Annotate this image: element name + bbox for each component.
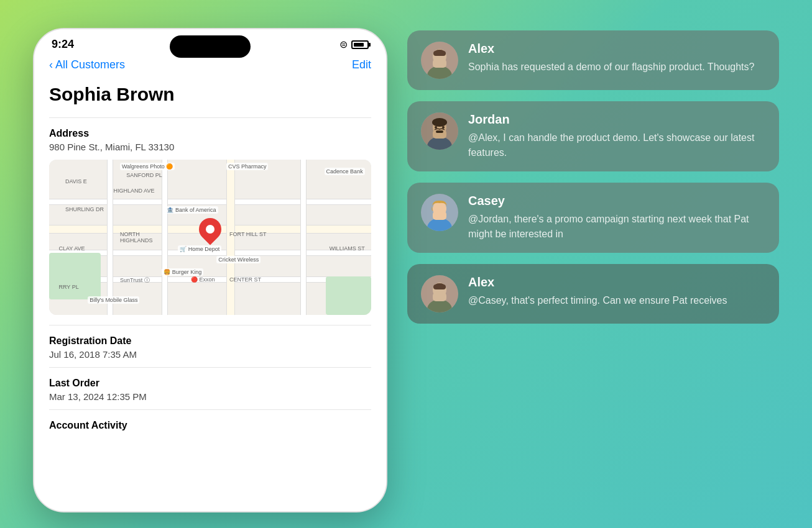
chat-message-4: @Casey, that's perfect timing. Can we en… xyxy=(468,293,765,308)
map-poi-billys: Billy's Mobile Glass xyxy=(88,296,139,304)
customer-name: Sophia Brown xyxy=(49,84,371,105)
battery-icon xyxy=(351,40,369,49)
address-value: 980 Pine St., Miami, FL 33130 xyxy=(49,142,371,152)
wifi-icon: ⊜ xyxy=(339,39,348,50)
avatar-alex1 xyxy=(421,42,458,79)
chat-content-4: Alex @Casey, that's perfect timing. Can … xyxy=(468,275,765,308)
divider-2 xyxy=(49,325,371,325)
svg-rect-12 xyxy=(436,130,443,133)
chat-sender-1: Alex xyxy=(468,42,765,56)
chat-content-3: Casey @Jordan, there's a promo campaign … xyxy=(468,194,765,242)
chat-bubble-4: Alex @Casey, that's perfect timing. Can … xyxy=(407,264,779,324)
status-time: 9:24 xyxy=(52,38,74,51)
map-poi-cvs: CVS Pharmacy xyxy=(226,163,269,170)
divider-4 xyxy=(49,409,371,410)
avatar-jordan xyxy=(421,112,458,150)
svg-point-14 xyxy=(442,126,445,129)
back-button[interactable]: ‹ All Customers xyxy=(49,58,125,71)
map-pin-inner xyxy=(206,225,215,234)
phone-notch xyxy=(170,35,251,58)
map-poi-burger-king: 🍔 Burger King xyxy=(162,268,203,276)
chevron-left-icon: ‹ xyxy=(49,58,53,71)
map-label-10: RRY PL xyxy=(59,284,79,290)
svg-rect-18 xyxy=(433,211,446,220)
divider-3 xyxy=(49,367,371,368)
map-poi-walgreens: Walgreens Photo 🟠 xyxy=(120,163,175,170)
registration-label: Registration Date xyxy=(49,335,371,347)
map-poi-boa: 🏦 Bank of America xyxy=(165,206,218,214)
chat-panel: Alex Sophia has requested a demo of our … xyxy=(407,28,779,326)
map-pin-circle xyxy=(195,214,226,245)
avatar-alex2 xyxy=(421,275,458,312)
battery-fill xyxy=(354,43,364,47)
registration-value: Jul 16, 2018 7:35 AM xyxy=(49,349,371,360)
map-label-8: WILLIAMS ST xyxy=(330,245,365,252)
map-container[interactable]: DAVIS E SHURLING DR HIGHLAND AVE NORTHHI… xyxy=(49,160,371,315)
svg-point-13 xyxy=(435,126,437,129)
chat-sender-4: Alex xyxy=(468,275,765,289)
chat-sender-2: Jordan xyxy=(468,112,765,127)
map-label-12: 🔴 Exxon xyxy=(191,276,215,283)
map-label-7: SANFORD PL xyxy=(126,172,162,178)
map-poi-cricket: Cricket Wireless xyxy=(216,256,261,263)
map-background: DAVIS E SHURLING DR HIGHLAND AVE NORTHHI… xyxy=(49,160,371,315)
divider-1 xyxy=(49,117,371,118)
map-label-5: FORT HILL ST xyxy=(229,231,266,237)
chat-message-1: Sophia has requested a demo of our flags… xyxy=(468,60,765,75)
map-poi-home-depot: 🛒 Home Depot xyxy=(178,245,221,253)
address-label: Address xyxy=(49,128,371,139)
svg-point-11 xyxy=(432,118,447,127)
edit-button[interactable]: Edit xyxy=(352,58,371,71)
status-icons: ⊜ xyxy=(339,39,369,50)
map-pin xyxy=(199,218,221,240)
svg-rect-6 xyxy=(433,51,446,56)
svg-rect-3 xyxy=(433,59,446,68)
account-activity-label: Account Activity xyxy=(49,420,371,431)
chat-message-2: @Alex, I can handle the product demo. Le… xyxy=(468,130,765,160)
chat-bubble-1: Alex Sophia has requested a demo of our … xyxy=(407,30,779,90)
nav-bar: ‹ All Customers Edit xyxy=(34,56,386,78)
chat-content-2: Jordan @Alex, I can handle the product d… xyxy=(468,112,765,160)
map-label-6: CLAY AVE xyxy=(59,245,85,252)
last-order-value: Mar 13, 2024 12:35 PM xyxy=(49,391,371,402)
map-label-3: HIGHLAND AVE xyxy=(114,188,155,194)
main-container: 9:24 ⊜ ‹ All Customers Edit Sophia Brown… xyxy=(33,16,779,512)
svg-rect-22 xyxy=(433,293,446,301)
chat-message-3: @Jordan, there's a promo campaign starti… xyxy=(468,212,765,242)
map-poi-cadence: Cadence Bank xyxy=(325,168,365,175)
phone-mockup: 9:24 ⊜ ‹ All Customers Edit Sophia Brown… xyxy=(33,28,387,512)
chat-sender-3: Casey xyxy=(468,194,765,208)
avatar-casey xyxy=(421,194,458,231)
svg-rect-24 xyxy=(433,284,446,289)
chat-bubble-3: Casey @Jordan, there's a promo campaign … xyxy=(407,183,779,253)
map-label-4: NORTHHIGHLANDS xyxy=(120,231,153,244)
map-label-1: DAVIS E xyxy=(65,178,87,184)
phone-content: Sophia Brown Address 980 Pine St., Miami… xyxy=(34,78,386,511)
chat-bubble-2: Jordan @Alex, I can handle the product d… xyxy=(407,101,779,171)
map-label-11: SunTrust Ⓘ xyxy=(120,276,150,284)
map-label-9: CENTER ST xyxy=(229,276,261,283)
map-label-2: SHURLING DR xyxy=(65,206,104,212)
chat-content-1: Alex Sophia has requested a demo of our … xyxy=(468,42,765,75)
back-label: All Customers xyxy=(55,58,125,71)
last-order-label: Last Order xyxy=(49,378,371,389)
